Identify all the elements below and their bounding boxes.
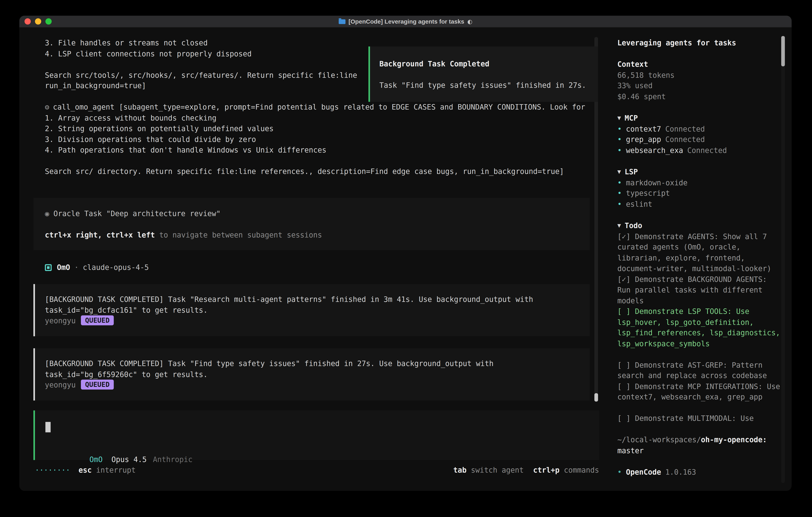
context-heading: Context <box>617 59 782 70</box>
interrupt-label: interrupt <box>92 466 136 474</box>
model-selector-row[interactable]: OmOOpus 4.5Anthropic <box>46 443 193 454</box>
workspace-path-prefix: ~/local-workspaces/ <box>617 435 701 444</box>
mcp-item-name: grep_app <box>626 135 661 143</box>
titlebar[interactable]: [OpenCode] Leveraging agents for tasks ◐ <box>19 16 792 28</box>
sidebar-scrollbar-thumb[interactable] <box>781 36 785 66</box>
input-provider-name: Anthropic <box>153 455 193 463</box>
prompt-input[interactable]: OmOOpus 4.5Anthropic <box>33 410 599 460</box>
notification-body: Task "Find type safety issues" finished … <box>379 80 598 91</box>
terminal-line: run_in_background=true] <box>45 80 357 91</box>
mcp-section: ▼MCP •context7Connected •grep_appConnect… <box>617 113 782 156</box>
mcp-item: •context7Connected <box>617 124 782 134</box>
separator-dot: · <box>74 262 79 273</box>
chevron-down-icon: ▼ <box>617 169 621 174</box>
mcp-item-name: context7 <box>626 125 661 133</box>
text-cursor <box>46 422 51 432</box>
main-scrollbar-thumb[interactable] <box>594 393 598 402</box>
session-progress-icon: ◐ <box>467 18 472 25</box>
sidebar: Leveraging agents for tasks Context 66,5… <box>609 27 792 491</box>
message-author: yeongyu <box>45 381 76 389</box>
lsp-item-name: eslint <box>626 200 652 208</box>
lsp-heading[interactable]: ▼LSP <box>617 166 782 177</box>
todo-heading-label: Todo <box>625 221 642 229</box>
bullet-icon: • <box>617 200 622 208</box>
agent-model: claude-opus-4-5 <box>83 262 149 273</box>
mcp-item-status: Connected <box>687 146 727 154</box>
context-spent: $0.46 spent <box>617 91 782 102</box>
terminal-line: 3. Division operations that could divide… <box>45 134 585 145</box>
oracle-task-title-line: ◉Oracle Task "Deep architecture review" <box>45 208 579 219</box>
terminal-line: 3. File handles or streams not closed <box>45 37 357 48</box>
terminal-line: 2. String operations on potentially unde… <box>45 123 585 134</box>
lsp-item: •markdown-oxide <box>617 177 782 188</box>
oracle-bullet-icon: ◉ <box>45 209 49 218</box>
context-tokens: 66,518 tokens <box>617 70 782 81</box>
tool-call-block: ⚙call_omo_agent [subagent_type=explore, … <box>45 102 585 177</box>
oracle-shortcut-hint: ctrl+x right, ctrl+x left to navigate be… <box>45 230 579 241</box>
sidebar-scrollbar[interactable] <box>781 36 785 483</box>
message-card: [BACKGROUND TASK COMPLETED] Task "Find t… <box>33 348 590 401</box>
status-bar: ········esc interrupt tab switch agentct… <box>35 465 599 475</box>
window-title: [OpenCode] Leveraging agents for tasks ◐ <box>19 18 792 25</box>
todo-item-active: [ ] Demonstrate LSP TOOLS: Use lsp_hover… <box>617 306 782 349</box>
mcp-item: •grep_appConnected <box>617 134 782 145</box>
mcp-heading[interactable]: ▼MCP <box>617 113 782 124</box>
folder-icon <box>339 19 345 24</box>
todo-item-done: [✓] Demonstrate AGENTS: Show all 7 curat… <box>617 231 782 274</box>
chevron-down-icon: ▼ <box>617 115 621 120</box>
ctrlp-key-hint: ctrl+p <box>533 466 559 474</box>
background-task-notification[interactable]: Background Task Completed Task "Find typ… <box>369 46 598 102</box>
shortcut-description: to navigate between subagent sessions <box>155 231 322 239</box>
queued-badge: QUEUED <box>81 380 114 390</box>
status-right: tab switch agentctrl+p commands <box>453 465 599 475</box>
oracle-task-title: Oracle Task "Deep architecture review" <box>54 209 221 218</box>
workspace-repo-name: oh-my-opencode: <box>701 435 767 444</box>
agent-header: OmO · claude-opus-4-5 <box>45 262 149 273</box>
progress-dots: ········ <box>35 466 70 474</box>
traffic-lights <box>25 18 52 24</box>
minimize-button[interactable] <box>35 18 41 24</box>
close-button[interactable] <box>25 18 31 24</box>
chevron-down-icon: ▼ <box>617 223 621 228</box>
lsp-item-name: markdown-oxide <box>626 178 688 187</box>
todo-heading[interactable]: ▼Todo <box>617 220 782 231</box>
commands-label: commands <box>559 466 599 474</box>
lsp-heading-label: LSP <box>625 167 638 176</box>
lsp-item: •typescript <box>617 188 782 199</box>
message-card: [BACKGROUND TASK COMPLETED] Task "Resear… <box>33 284 590 336</box>
todo-item-done: [✓] Demonstrate BACKGROUND AGENTS: Run p… <box>617 274 782 306</box>
notification-title: Background Task Completed <box>379 59 598 70</box>
terminal-line: 1. Array access without bounds checking <box>45 113 585 124</box>
message-author: yeongyu <box>45 317 76 325</box>
app-window: [OpenCode] Leveraging agents for tasks ◐… <box>19 16 792 491</box>
gear-icon: ⚙ <box>45 103 49 111</box>
mcp-item-status: Connected <box>665 125 705 133</box>
bullet-icon: • <box>617 146 622 154</box>
queued-badge: QUEUED <box>81 316 114 325</box>
oracle-task-panel: ◉Oracle Task "Deep architecture review" … <box>33 198 590 250</box>
app-version: 1.0.163 <box>665 468 696 476</box>
agent-name: OmO <box>57 262 70 273</box>
shortcut-keys: ctrl+x right, ctrl+x left <box>45 231 155 239</box>
input-model-name: Opus 4.5 <box>112 455 147 463</box>
message-meta: yeongyuQUEUED <box>45 380 579 390</box>
zoom-button[interactable] <box>46 18 52 24</box>
app-version-footer: •OpenCode1.0.163 <box>617 467 782 478</box>
mcp-item-status: Connected <box>665 135 705 143</box>
input-agent-name: OmO <box>89 455 103 463</box>
todo-item-pending: [ ] Demonstrate MULTIMODAL: Use <box>617 413 782 424</box>
bullet-icon: • <box>617 178 622 187</box>
mcp-heading-label: MCP <box>625 113 638 122</box>
context-used: 33% used <box>617 80 782 91</box>
agent-checkbox-icon <box>45 264 52 271</box>
terminal-line-blank <box>45 155 585 166</box>
context-section: Context 66,518 tokens 33% used $0.46 spe… <box>617 59 782 102</box>
bullet-icon: • <box>617 189 622 197</box>
todo-section: ▼Todo [✓] Demonstrate AGENTS: Show all 7… <box>617 220 782 424</box>
terminal-line: Search src/ directory. Return specific f… <box>45 166 585 177</box>
sidebar-title: Leveraging agents for tasks <box>617 37 782 48</box>
tool-call-text: call_omo_agent [subagent_type=explore, p… <box>53 103 585 111</box>
sidebar-content: Leveraging agents for tasks Context 66,5… <box>617 37 782 477</box>
terminal-pane: 3. File handles or streams not closed 4.… <box>19 27 609 491</box>
terminal-line: Search src/tools/, src/hooks/, src/featu… <box>45 70 357 81</box>
